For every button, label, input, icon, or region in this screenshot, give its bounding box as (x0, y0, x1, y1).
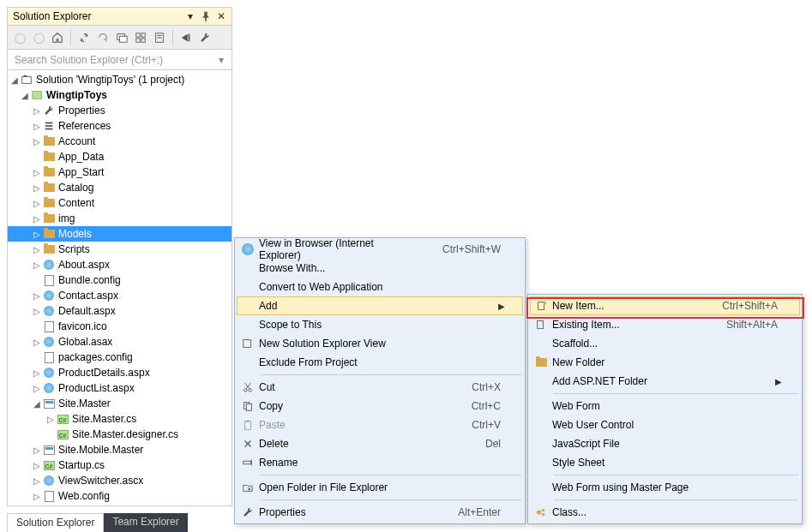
solution-tree[interactable]: ◢Solution 'WingtipToys' (1 project)◢Wing… (8, 70, 232, 505)
tree-item[interactable]: ▷App_Start (8, 164, 232, 180)
expander-icon[interactable]: ▷ (32, 476, 42, 486)
menu-item[interactable]: JavaScript File (530, 434, 800, 453)
expander-icon[interactable]: ▷ (32, 183, 42, 193)
home-icon[interactable] (49, 29, 66, 46)
tab-solution-explorer[interactable]: Solution Explorer (7, 513, 104, 532)
menu-item[interactable]: Web User Control (530, 415, 800, 434)
menu-item[interactable]: Convert to Web Application (237, 278, 523, 296)
tree-item[interactable]: ▷Account (8, 134, 232, 149)
tree-item[interactable]: Bundle.config (8, 272, 232, 288)
search-input[interactable] (11, 52, 214, 68)
menu-item[interactable]: Add▶ (237, 296, 523, 315)
tree-item[interactable]: ▷Global.asax (8, 334, 232, 350)
wrench-icon[interactable] (196, 29, 214, 46)
expander-icon[interactable]: ▷ (32, 368, 42, 378)
menu-item[interactable]: Web Form (530, 397, 800, 415)
menu-item[interactable]: Browse With... (237, 259, 523, 278)
showall-icon[interactable] (132, 29, 149, 46)
menu-item[interactable]: Exclude From Project (237, 353, 523, 372)
project-node[interactable]: ◢WingtipToys (8, 87, 232, 103)
forward-icon[interactable]: ◯ (30, 29, 47, 46)
tree-item[interactable]: ▷Default.aspx (8, 303, 232, 319)
tree-item[interactable]: favicon.ico (8, 319, 232, 334)
tree-item[interactable]: ▷Scripts (8, 242, 232, 257)
expander-icon[interactable]: ◢ (9, 75, 20, 85)
tree-item[interactable]: ▷Site.Mobile.Master (8, 442, 232, 457)
expander-icon[interactable]: ▷ (32, 199, 42, 208)
tree-item[interactable]: ▷ProductDetails.aspx (8, 365, 232, 380)
expander-icon[interactable]: ▷ (32, 445, 42, 455)
menu-item[interactable]: Scaffold... (530, 334, 800, 353)
menu-item[interactable]: Style Sheet (530, 453, 800, 472)
expander-icon[interactable]: ▷ (32, 260, 42, 270)
expander-icon[interactable]: ▷ (32, 291, 42, 301)
expander-icon[interactable]: ▷ (32, 492, 42, 501)
menu-item[interactable]: Open Folder in File Explorer (237, 478, 523, 497)
menu-item[interactable]: Scope to This (237, 315, 523, 334)
expander-icon[interactable]: ◢ (32, 399, 42, 409)
menu-item[interactable]: PropertiesAlt+Enter (237, 503, 523, 522)
tree-item[interactable]: ▷Properties (8, 103, 232, 118)
menu-item[interactable]: Rename (237, 453, 523, 472)
expander-icon[interactable]: ▷ (32, 122, 42, 131)
expander-icon[interactable] (32, 276, 42, 285)
menu-item[interactable]: CutCtrl+X (237, 378, 523, 397)
expander-icon[interactable]: ▷ (32, 338, 42, 347)
tree-item[interactable]: packages.config (8, 350, 232, 365)
search-dropdown-icon[interactable]: ▾ (214, 54, 228, 66)
expander-icon[interactable]: ▷ (32, 461, 42, 470)
collapse-icon[interactable] (113, 29, 130, 46)
menu-item[interactable]: Web Form using Master Page (530, 478, 800, 497)
expander-icon[interactable]: ▷ (32, 137, 42, 146)
back-icon[interactable]: ◯ (11, 29, 28, 46)
menu-item[interactable]: New Solution Explorer View (237, 334, 523, 353)
menu-item[interactable]: Existing Item...Shift+Alt+A (530, 315, 800, 334)
tree-item[interactable]: ▷References (8, 118, 232, 134)
menu-item[interactable]: PasteCtrl+V (237, 415, 523, 434)
refresh-icon[interactable] (94, 29, 111, 46)
expander-icon[interactable]: ▷ (32, 106, 42, 116)
properties-icon[interactable] (151, 29, 168, 46)
preview-icon[interactable] (177, 29, 195, 46)
tree-item[interactable]: ▷ProductList.aspx (8, 380, 232, 396)
tree-item[interactable]: App_Data (8, 149, 232, 164)
solution-node[interactable]: ◢Solution 'WingtipToys' (1 project) (8, 72, 232, 87)
expander-icon[interactable]: ▷ (32, 245, 42, 254)
tree-item[interactable]: ▷img (8, 211, 232, 226)
expander-icon[interactable] (45, 430, 56, 439)
menu-item[interactable]: CopyCtrl+C (237, 397, 523, 415)
tree-item[interactable]: ▷Web.config (8, 488, 232, 504)
tree-item[interactable]: ◢Site.Master (8, 396, 232, 411)
context-menu[interactable]: View in Browser (Internet Explorer)Ctrl+… (234, 237, 526, 524)
menu-item[interactable]: Class... (530, 503, 800, 522)
menu-item[interactable]: DeleteDel (237, 434, 523, 453)
expander-icon[interactable] (32, 152, 42, 162)
add-submenu[interactable]: New Item...Ctrl+Shift+AExisting Item...S… (527, 294, 803, 524)
menu-item[interactable]: Add ASP.NET Folder▶ (530, 372, 800, 391)
tree-item[interactable]: ▷ViewSwitcher.ascx (8, 473, 232, 488)
tree-item[interactable]: ▷C#Startup.cs (8, 457, 232, 473)
expander-icon[interactable]: ▷ (32, 384, 42, 393)
expander-icon[interactable]: ▷ (32, 214, 42, 224)
expander-icon[interactable]: ▷ (45, 415, 56, 424)
tree-item[interactable]: ▷Models (8, 226, 232, 242)
menu-item[interactable]: New Item...Ctrl+Shift+A (530, 296, 800, 315)
dropdown-icon[interactable]: ▾ (183, 9, 197, 23)
expander-icon[interactable]: ▷ (32, 307, 42, 316)
tree-item[interactable]: ▷Content (8, 195, 232, 211)
menu-item[interactable]: View in Browser (Internet Explorer)Ctrl+… (237, 240, 523, 259)
menu-item[interactable]: New Folder (530, 353, 800, 372)
pin-icon[interactable] (199, 9, 213, 23)
tab-team-explorer[interactable]: Team Explorer (104, 513, 187, 532)
expander-icon[interactable] (32, 322, 42, 332)
close-icon[interactable]: ✕ (214, 9, 228, 23)
tree-item[interactable]: ▷Contact.aspx (8, 288, 232, 303)
tree-item[interactable]: ▷Catalog (8, 180, 232, 195)
sync-icon[interactable] (75, 29, 93, 46)
expander-icon[interactable] (32, 353, 42, 362)
expander-icon[interactable]: ▷ (32, 230, 42, 239)
expander-icon[interactable]: ▷ (32, 168, 42, 177)
tree-item[interactable]: C#Site.Master.designer.cs (8, 427, 232, 442)
tree-item[interactable]: ▷C#Site.Master.cs (8, 411, 232, 427)
tree-item[interactable]: ▷About.aspx (8, 257, 232, 272)
